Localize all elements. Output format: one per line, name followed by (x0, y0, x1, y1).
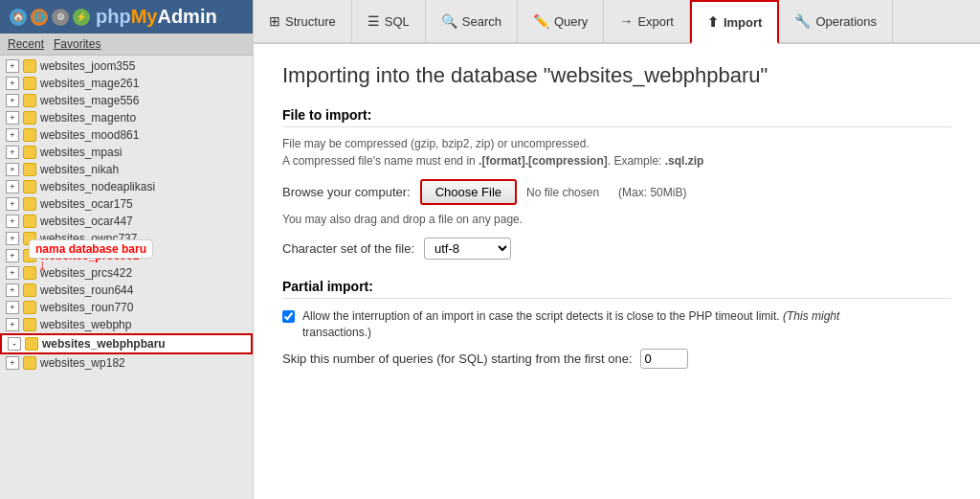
db-name-label: websites_ownc737 (40, 232, 137, 245)
db-item[interactable]: +websites_mood861 (0, 126, 253, 144)
db-name-label: websites_wp182 (40, 356, 125, 370)
db-folder-icon (23, 77, 36, 90)
plug-icon[interactable]: ⚡ (73, 9, 90, 26)
db-item[interactable]: +websites_ocar175 (0, 195, 253, 213)
db-toggle-icon[interactable]: + (6, 128, 19, 142)
db-folder-icon (23, 94, 36, 107)
favorites-link[interactable]: Favorites (54, 37, 100, 51)
gear-icon[interactable]: ⚙ (52, 9, 69, 26)
db-item[interactable]: +websites_ocar447 (0, 213, 253, 230)
db-toggle-icon[interactable]: + (6, 318, 19, 331)
db-item[interactable]: +websites_webphp (0, 316, 253, 333)
db-item[interactable]: +websites_magento (0, 109, 253, 126)
db-name-label: websites_prcs422 (40, 266, 132, 280)
db-folder-icon (23, 180, 36, 193)
db-folder-icon (23, 284, 36, 297)
db-item[interactable]: +websites_roun770 (0, 299, 253, 316)
db-folder-icon (23, 215, 36, 228)
nav-tab-query[interactable]: ✏️Query (518, 0, 604, 42)
db-item[interactable]: +websites_mpasi (0, 144, 253, 161)
skip-input[interactable] (640, 349, 688, 369)
nav-tab-structure[interactable]: ⊞Structure (254, 0, 352, 42)
browse-label: Browse your computer: (282, 185, 411, 199)
db-toggle-icon[interactable]: + (6, 111, 19, 125)
db-item[interactable]: -websites_webphpbaru (0, 333, 253, 354)
db-item[interactable]: +websites_roun644 (0, 282, 253, 299)
db-toggle-icon[interactable]: + (6, 266, 19, 280)
tab-label: Query (554, 14, 588, 29)
charset-row: Character set of the file: utf-8utf-16la… (282, 238, 951, 260)
recent-link[interactable]: Recent (8, 37, 44, 51)
db-name-label: websites_webphp (40, 318, 131, 331)
logo-area: 🏠 🌐 ⚙ ⚡ phpMyAdmin (0, 0, 253, 34)
db-item[interactable]: +websites_nikah (0, 161, 253, 178)
db-name-label: websites_roun770 (40, 301, 133, 314)
db-toggle-icon[interactable]: + (6, 59, 19, 73)
skip-label: Skip this number of queries (for SQL) st… (282, 352, 633, 366)
db-name-label: websites_mpasi (40, 146, 122, 159)
db-item[interactable]: +websites_mage556 (0, 92, 253, 109)
nav-tab-search[interactable]: 🔍Search (426, 0, 518, 42)
db-folder-icon (23, 163, 36, 176)
tab-label: Export (637, 14, 674, 29)
db-toggle-icon[interactable]: + (6, 94, 19, 107)
partial-section: Partial import: Allow the interruption o… (282, 279, 951, 369)
logo-icons: 🏠 🌐 ⚙ ⚡ (10, 9, 90, 26)
nav-tab-import[interactable]: ⬆Import (690, 0, 779, 44)
db-name-label: websites_mage556 (40, 94, 139, 107)
logo-text: phpMyAdmin (96, 6, 217, 28)
db-item[interactable]: +websites_mage261 (0, 75, 253, 92)
info-line1: File may be compressed (gzip, bzip2, zip… (282, 137, 951, 150)
home-icon[interactable]: 🏠 (10, 9, 27, 26)
db-toggle-icon[interactable]: + (6, 180, 19, 193)
tab-label: SQL (385, 14, 410, 29)
tab-label: Import (724, 15, 762, 30)
db-toggle-icon[interactable]: + (6, 146, 19, 159)
partial-section-title: Partial import: (282, 279, 951, 299)
db-item[interactable]: +websites_wp182 (0, 354, 253, 372)
info-line2: A compressed file's name must end in .[f… (282, 154, 951, 168)
globe-icon[interactable]: 🌐 (31, 9, 48, 26)
db-name-label: websites_joom355 (40, 59, 135, 73)
db-name-label: websites_magento (40, 111, 136, 125)
db-item[interactable]: +websites_ownc737 (0, 230, 253, 247)
db-name-label: websites_nodeaplikasi (40, 180, 155, 193)
tab-label: Search (462, 14, 501, 29)
db-toggle-icon[interactable]: + (6, 77, 19, 90)
db-item[interactable]: +websites_prcs422 (0, 264, 253, 282)
choose-file-button[interactable]: Choose File (420, 179, 517, 205)
db-toggle-icon[interactable]: + (6, 232, 19, 245)
page-title: Importing into the database "websites_we… (282, 63, 951, 88)
db-item[interactable]: +websites_pro5952nama database baru↓ (0, 247, 253, 264)
search-icon: 🔍 (441, 13, 457, 29)
file-section-title: File to import: (282, 107, 951, 127)
db-folder-icon (23, 318, 36, 331)
tab-label: Structure (285, 14, 336, 29)
no-file-text: No file chosen (526, 186, 599, 199)
db-name-label: websites_mood861 (40, 128, 139, 142)
db-item[interactable]: +websites_joom355 (0, 57, 253, 75)
query-icon: ✏️ (533, 13, 549, 29)
db-name-label: websites_ocar447 (40, 215, 133, 228)
db-toggle-icon[interactable]: + (6, 249, 19, 262)
db-item[interactable]: +websites_nodeaplikasi (0, 178, 253, 195)
db-folder-icon (23, 301, 36, 314)
sidebar: 🏠 🌐 ⚙ ⚡ phpMyAdmin Recent Favorites +web… (0, 0, 254, 499)
import-icon: ⬆ (707, 14, 719, 30)
export-icon: → (619, 13, 633, 29)
db-toggle-icon[interactable]: - (8, 337, 21, 351)
charset-select[interactable]: utf-8utf-16latin1cp1250 (424, 238, 511, 260)
db-folder-icon (23, 146, 36, 159)
db-toggle-icon[interactable]: + (6, 284, 19, 297)
db-toggle-icon[interactable]: + (6, 215, 19, 228)
nav-tab-export[interactable]: →Export (604, 0, 690, 42)
nav-tab-sql[interactable]: ☰SQL (352, 0, 426, 42)
db-folder-icon (23, 128, 36, 142)
db-toggle-icon[interactable]: + (6, 356, 19, 370)
db-toggle-icon[interactable]: + (6, 163, 19, 176)
db-toggle-icon[interactable]: + (6, 301, 19, 314)
interrupt-checkbox[interactable] (282, 310, 295, 323)
db-toggle-icon[interactable]: + (6, 197, 19, 211)
db-name-label: websites_roun644 (40, 284, 133, 297)
nav-tab-operations[interactable]: 🔧Operations (779, 0, 893, 42)
